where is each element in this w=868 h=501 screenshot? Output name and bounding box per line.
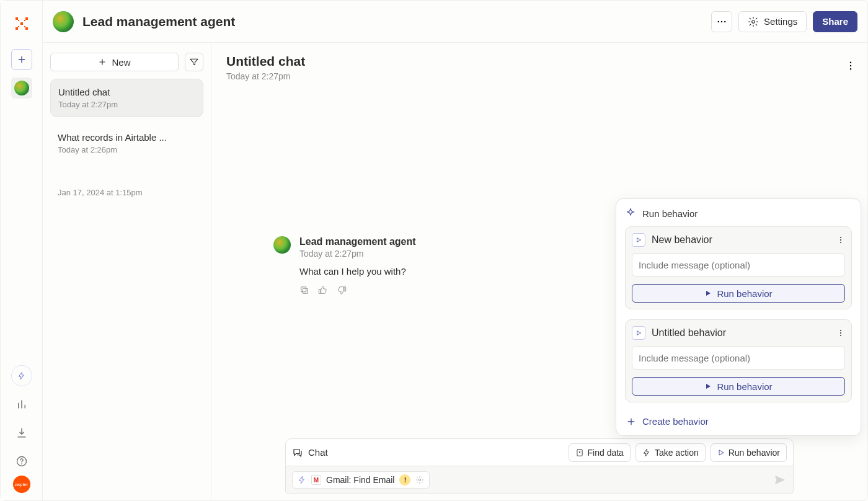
gmail-icon: M: [311, 475, 321, 485]
settings-label: Settings: [764, 16, 797, 27]
play-icon: [632, 233, 645, 247]
chat-item-title: What records in Airtable ...: [58, 132, 196, 143]
popover-title: Run behavior: [625, 208, 852, 219]
settings-button[interactable]: Settings: [738, 11, 807, 32]
svg-rect-8: [24, 26, 25, 27]
svg-point-22: [840, 242, 841, 243]
message-text: What can I help you with?: [299, 266, 416, 277]
svg-rect-6: [24, 20, 25, 21]
svg-point-27: [419, 479, 422, 481]
tool-label: Gmail: Find Email: [326, 475, 394, 485]
chat-icon: [292, 447, 303, 458]
play-solid-icon: [704, 383, 712, 390]
thumbs-down-icon: [337, 285, 347, 295]
run-behavior-chip[interactable]: Run behavior: [711, 443, 787, 462]
left-rail: zapier: [1, 1, 43, 500]
run-behavior-button[interactable]: Run behavior: [632, 284, 845, 303]
zapier-badge-icon[interactable]: zapier: [13, 476, 30, 493]
bolt-icon: [17, 371, 26, 380]
thumbs-up-button[interactable]: [318, 285, 328, 295]
ellipsis-icon: [716, 16, 727, 27]
new-icon-button[interactable]: [11, 49, 32, 70]
new-label: New: [112, 57, 130, 68]
filter-button[interactable]: [185, 53, 203, 71]
page-title: Lead management agent: [82, 14, 235, 29]
create-behavior-button[interactable]: Create behavior: [625, 412, 852, 429]
plus-icon: [17, 55, 27, 64]
chat-mode-label: Chat: [292, 447, 328, 458]
bolt-icon: [298, 476, 306, 484]
take-action-button[interactable]: Take action: [636, 443, 706, 462]
svg-rect-0: [20, 22, 23, 25]
help-icon: [16, 455, 28, 468]
tool-chip[interactable]: M Gmail: Find Email !: [292, 471, 430, 489]
analytics-button[interactable]: [11, 394, 32, 415]
ellipsis-vertical-icon: [836, 236, 845, 244]
assistant-message: Lead management agent Today at 2:27pm Wh…: [273, 236, 416, 295]
download-button[interactable]: [11, 422, 32, 443]
svg-point-14: [752, 20, 755, 23]
chat-item-title: Untitled chat: [58, 87, 195, 97]
svg-rect-7: [18, 26, 19, 27]
help-button[interactable]: [11, 451, 32, 472]
behavior-more-button[interactable]: [836, 329, 845, 337]
more-button[interactable]: [711, 11, 732, 32]
run-behavior-button[interactable]: Run behavior: [632, 377, 845, 396]
thumbs-up-icon: [318, 285, 328, 295]
gear-icon: [748, 16, 759, 27]
play-icon: [632, 326, 645, 340]
share-button[interactable]: Share: [813, 11, 857, 32]
new-chat-button[interactable]: New: [50, 53, 179, 71]
behavior-card: New behavior Run behavior: [625, 226, 852, 309]
svg-point-15: [850, 62, 851, 63]
sparkle-icon: [625, 208, 636, 219]
svg-point-25: [840, 335, 841, 336]
chat-item-title: [58, 177, 196, 185]
svg-point-20: [840, 237, 841, 238]
svg-point-12: [721, 20, 722, 22]
chat-list-item[interactable]: What records in Airtable ... Today at 2:…: [50, 125, 203, 162]
chat-list-item[interactable]: Jan 17, 2024 at 1:15pm: [50, 169, 203, 205]
play-solid-icon: [704, 290, 712, 297]
ellipsis-vertical-icon: [836, 329, 845, 337]
svg-point-11: [718, 20, 719, 22]
behavior-more-button[interactable]: [836, 236, 845, 244]
svg-rect-18: [303, 288, 308, 293]
chat-list-item[interactable]: Untitled chat Today at 2:27pm: [50, 79, 203, 117]
plus-icon: [626, 417, 636, 427]
behavior-message-input[interactable]: [632, 346, 845, 370]
svg-rect-4: [25, 27, 28, 30]
behavior-card: Untitled behavior Run behavior: [625, 319, 852, 402]
play-icon: [717, 449, 725, 456]
behavior-message-input[interactable]: [632, 253, 845, 277]
agent-avatar-icon: [53, 11, 74, 32]
agent-avatar-icon: [273, 236, 291, 254]
send-button[interactable]: [773, 473, 787, 487]
agent-avatar-icon: [14, 81, 29, 95]
svg-point-10: [21, 463, 22, 464]
svg-rect-5: [18, 20, 19, 21]
app-logo-icon: [11, 13, 32, 34]
thumbs-down-button[interactable]: [337, 285, 347, 295]
find-data-button[interactable]: Find data: [569, 443, 631, 462]
bar-chart-icon: [16, 399, 27, 410]
run-behavior-popover: Run behavior New behavior Run behavior: [616, 198, 861, 436]
send-icon: [773, 473, 787, 487]
chat-item-time: Today at 2:27pm: [58, 100, 195, 109]
copy-button[interactable]: [299, 285, 309, 295]
chat-item-time: Today at 2:26pm: [58, 145, 196, 154]
bolt-icon: [642, 448, 651, 457]
download-icon: [16, 427, 27, 438]
chat-subtitle: Today at 2:27pm: [226, 71, 852, 81]
ellipsis-vertical-icon: [845, 60, 856, 71]
svg-point-17: [850, 68, 851, 69]
behavior-name: Untitled behavior: [652, 327, 726, 339]
message-from: Lead management agent: [299, 236, 416, 247]
top-bar: Lead management agent Settings Share: [43, 1, 867, 43]
svg-rect-2: [25, 17, 28, 20]
agent-avatar-button[interactable]: [11, 78, 32, 99]
chat-more-button[interactable]: [845, 60, 856, 71]
bolt-circle-button[interactable]: [11, 365, 32, 386]
svg-rect-1: [16, 17, 18, 20]
svg-point-23: [840, 330, 841, 331]
